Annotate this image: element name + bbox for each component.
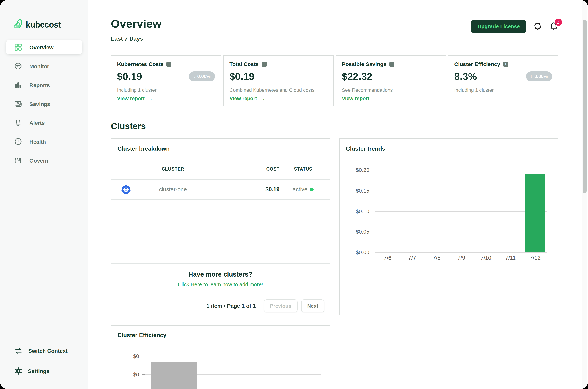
change-badge: ↓ 0.00% (189, 71, 215, 81)
info-icon[interactable]: i (262, 62, 267, 66)
stat-card-kubernetes-costs: Kubernetes Costs i $0.19 ↓ 0.00% Includi… (111, 55, 221, 106)
x-axis-tick-label: 7/8 (425, 255, 448, 261)
sidebar-item-savings[interactable]: Savings (6, 97, 82, 111)
column-header-cost: COST (240, 166, 280, 172)
sidebar-item-label: Govern (29, 157, 48, 163)
sidebar-item-reports[interactable]: Reports (6, 78, 82, 92)
more-clusters-section: Have more clusters? Click Here to learn … (111, 263, 330, 295)
y-axis-tick-label: $0 (114, 371, 139, 378)
column-header-cluster: CLUSTER (140, 166, 206, 172)
stat-title: Kubernetes Costs (117, 61, 164, 67)
info-icon[interactable]: i (503, 62, 508, 66)
vertical-scrollbar-track[interactable] (582, 0, 587, 389)
table-row[interactable]: cluster-one $0.19 active (111, 180, 330, 199)
sidebar-nav: Overview Monitor Reports (0, 40, 88, 168)
y-axis-line (145, 353, 145, 389)
y-gridline (375, 211, 547, 211)
bar-chart-icon (15, 81, 22, 89)
grid-icon (15, 44, 22, 51)
settings-button[interactable]: Settings (15, 366, 68, 375)
stat-description: Combined Kubernetes and Cloud costs (229, 88, 315, 93)
cell-cost: $0.19 (240, 186, 280, 193)
y-axis-tick-label: $0.20 (343, 167, 369, 173)
kubecost-logo[interactable]: kubecost (13, 19, 88, 31)
switch-arrows-icon (15, 348, 23, 354)
x-axis-tick-label: 7/7 (401, 255, 424, 261)
y-axis-tick-label: $0.15 (343, 187, 369, 194)
y-axis-tickmark (142, 356, 145, 356)
change-value: 0.00% (534, 74, 548, 79)
stat-value: $22.32 (342, 71, 440, 82)
sidebar-item-label: Monitor (29, 63, 49, 69)
sidebar-item-health[interactable]: Health (6, 134, 82, 149)
sidebar-item-label: Alerts (29, 120, 45, 126)
view-report-label: View report (229, 96, 257, 101)
cluster-breakdown-panel: Cluster breakdown CLUSTER COST STATUS (111, 138, 330, 316)
refresh-button[interactable] (533, 22, 542, 31)
bell-icon (15, 119, 22, 126)
notifications-button[interactable]: 2 (549, 22, 558, 31)
column-header-status: STATUS (280, 166, 327, 172)
panel-title: Cluster trends (340, 139, 558, 159)
main-content: Overview Last 7 Days Upgrade License (88, 0, 588, 389)
sidebar-item-monitor[interactable]: Monitor (6, 59, 82, 73)
govern-icon (15, 157, 22, 164)
y-axis-tick-label: $0.10 (343, 208, 369, 214)
y-axis-tickmark (142, 374, 145, 375)
view-report-link[interactable]: View report → (342, 96, 377, 101)
banknote-icon (15, 100, 22, 107)
next-page-button[interactable]: Next (301, 299, 324, 312)
stat-card-possible-savings: Possible Savings i $22.32 See Recommenda… (336, 55, 446, 106)
view-report-link[interactable]: View report → (117, 96, 153, 101)
x-axis-tick-label: 7/9 (450, 255, 473, 261)
sidebar-item-govern[interactable]: Govern (6, 153, 82, 168)
y-axis-tick-label: $0.05 (343, 228, 369, 235)
refresh-icon (533, 22, 542, 31)
right-arrow-icon: → (260, 96, 265, 101)
stat-value: $0.19 (229, 71, 327, 82)
previous-page-button[interactable]: Previous (264, 299, 297, 312)
change-badge: ↓ 0.00% (526, 71, 552, 81)
sidebar-item-alerts[interactable]: Alerts (6, 115, 82, 130)
page-header: Overview Last 7 Days Upgrade License (111, 17, 558, 42)
upgrade-license-button[interactable]: Upgrade License (471, 20, 526, 33)
y-axis-tick-label: $0 (114, 353, 139, 359)
settings-label: Settings (28, 368, 49, 374)
page-title: Overview (111, 17, 162, 31)
view-report-link[interactable]: View report → (229, 96, 265, 101)
kubecost-app-window: kubecost Overview Monitor (0, 0, 588, 389)
stat-title: Total Costs (229, 61, 259, 67)
pagination-summary: 1 item • Page 1 of 1 (206, 303, 256, 309)
monitor-icon (15, 63, 22, 70)
x-axis-tick-label: 7/6 (376, 255, 399, 261)
sidebar-item-overview[interactable]: Overview (6, 40, 82, 54)
cluster-trends-panel: Cluster trends $0.00$0.05$0.10$0.15$0.20… (339, 138, 558, 315)
pagination-bar: 1 item • Page 1 of 1 Previous Next (111, 295, 330, 316)
stat-title: Possible Savings (342, 61, 387, 67)
cluster-efficiency-panel: Cluster Efficiency $0$0 (111, 325, 330, 389)
gear-icon (15, 367, 22, 375)
date-range-label: Last 7 Days (111, 35, 162, 42)
info-icon[interactable]: i (167, 62, 172, 66)
kubernetes-icon (121, 185, 131, 194)
x-axis-tick-label: 7/11 (499, 255, 522, 261)
sidebar-item-label: Reports (29, 82, 50, 88)
brand-name: kubecost (26, 20, 61, 30)
x-axis-tick-label: 7/12 (524, 255, 547, 261)
x-axis-tick-label: 7/10 (474, 255, 498, 261)
clusters-columns: Cluster breakdown CLUSTER COST STATUS (111, 138, 558, 316)
more-clusters-title: Have more clusters? (111, 271, 330, 278)
sidebar-item-label: Health (29, 138, 46, 145)
switch-context-button[interactable]: Switch Context (15, 346, 68, 355)
add-clusters-link[interactable]: Click Here to learn how to add more! (178, 282, 263, 287)
info-icon[interactable]: i (390, 62, 394, 66)
down-arrow-icon: ↓ (530, 74, 532, 79)
vertical-scrollbar-thumb[interactable] (583, 20, 587, 193)
sidebar: kubecost Overview Monitor (0, 0, 88, 389)
cluster-trends-chart: $0.00$0.05$0.10$0.15$0.207/67/77/87/97/1… (340, 159, 558, 315)
view-report-label: View report (342, 96, 369, 101)
stat-card-cluster-efficiency: Cluster Efficiency i 8.3% ↓ 0.00% Includ… (448, 55, 558, 106)
clusters-section-heading: Clusters (111, 121, 588, 131)
stat-description: Including 1 cluster (117, 88, 157, 93)
y-gridline (145, 356, 321, 356)
